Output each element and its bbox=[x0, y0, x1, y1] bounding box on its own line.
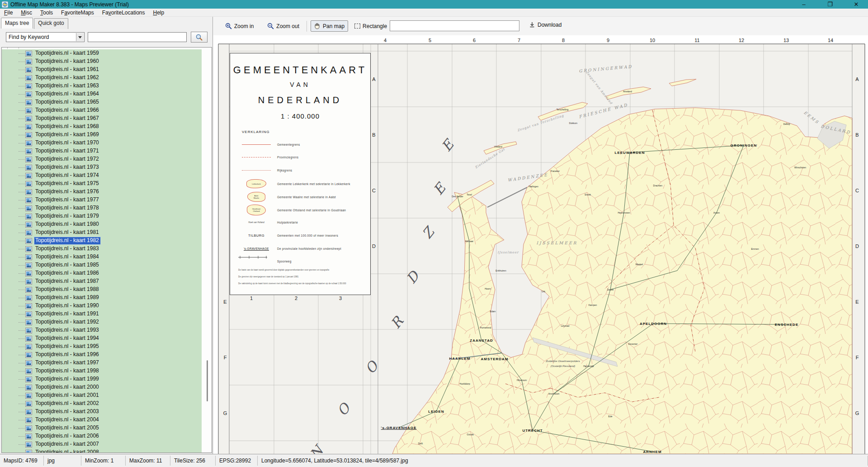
search-button[interactable] bbox=[191, 32, 208, 43]
tree-scrollbar[interactable] bbox=[202, 48, 212, 453]
find-by-keyword-combo[interactable]: Find by Keyword bbox=[6, 32, 85, 42]
map-layer-icon bbox=[25, 368, 32, 374]
tree-scrollbar-thumb[interactable] bbox=[207, 360, 208, 401]
tree-item-label: Topotijdreis.nl - kaart 1998 bbox=[34, 367, 100, 375]
tree-item[interactable]: Topotijdreis.nl - kaart 1994 bbox=[2, 334, 203, 343]
tree-connector bbox=[19, 241, 25, 241]
toolbar-input[interactable] bbox=[390, 20, 519, 31]
tree-connector bbox=[19, 379, 25, 380]
menu-tools[interactable]: Tools bbox=[36, 9, 57, 17]
tree-item[interactable]: Topotijdreis.nl - kaart 1964 bbox=[2, 90, 203, 98]
menu-bar: File Misc Tools FavoriteMaps FavoriteLoc… bbox=[0, 9, 868, 17]
zoom-in-button[interactable]: Zoom in bbox=[222, 20, 257, 32]
tree-item-label: Topotijdreis.nl - kaart 1996 bbox=[34, 351, 100, 358]
tree-item[interactable]: Topotijdreis.nl - kaart 2001 bbox=[2, 391, 203, 400]
tree-item[interactable]: Topotijdreis.nl - kaart 1959 bbox=[2, 49, 203, 57]
tree-connector bbox=[19, 135, 25, 135]
map-viewport: GEMEENTENKAART VAN NEDERLAND 1 : 400.000… bbox=[213, 35, 868, 454]
menu-misc[interactable]: Misc bbox=[17, 9, 36, 17]
map-layer-icon bbox=[25, 148, 32, 154]
menu-favoritelocations[interactable]: FavoriteLocations bbox=[98, 9, 149, 17]
tree-item[interactable]: Topotijdreis.nl - kaart 1986 bbox=[2, 269, 203, 277]
menu-favoritemaps[interactable]: FavoriteMaps bbox=[57, 9, 98, 17]
tree-item-label: Topotijdreis.nl - kaart 1983 bbox=[34, 245, 100, 253]
combo-dropdown-button[interactable] bbox=[76, 33, 84, 41]
tree-item[interactable]: Topotijdreis.nl - kaart 1989 bbox=[2, 294, 203, 302]
tree-item[interactable]: Topotijdreis.nl - kaart 1977 bbox=[2, 196, 203, 204]
search-input[interactable] bbox=[88, 32, 187, 42]
map-layer-icon bbox=[25, 343, 32, 349]
legend-row: Rijksgrens bbox=[230, 165, 370, 176]
tree-item[interactable]: Topotijdreis.nl - kaart 2005 bbox=[2, 424, 203, 432]
restore-button[interactable]: ❐ bbox=[826, 0, 835, 9]
tree-item[interactable]: Topotijdreis.nl - kaart 1997 bbox=[2, 359, 203, 367]
tree-item[interactable]: Topotijdreis.nl - kaart 1996 bbox=[2, 351, 203, 359]
tree-connector bbox=[19, 347, 25, 347]
tree-item[interactable]: Topotijdreis.nl - kaart 1967 bbox=[2, 114, 203, 123]
tree-item-label: Topotijdreis.nl - kaart 1962 bbox=[34, 74, 100, 81]
rectangle-button[interactable]: Rectangle bbox=[351, 21, 391, 32]
map-layer-icon bbox=[25, 449, 32, 453]
tree-item[interactable]: Topotijdreis.nl - kaart 1968 bbox=[2, 123, 203, 131]
tree-item[interactable]: Topotijdreis.nl - kaart 1980 bbox=[2, 220, 203, 229]
tree-item[interactable]: Topotijdreis.nl - kaart 1976 bbox=[2, 188, 203, 196]
zoom-out-button[interactable]: Zoom out bbox=[264, 20, 303, 32]
tree-item[interactable]: Topotijdreis.nl - kaart 1991 bbox=[2, 310, 203, 318]
tree-item[interactable]: Topotijdreis.nl - kaart 1983 bbox=[2, 245, 203, 253]
tree-item[interactable]: Topotijdreis.nl - kaart 2000 bbox=[2, 383, 203, 391]
tree-item[interactable]: Topotijdreis.nl - kaart 1971 bbox=[2, 147, 203, 155]
tree-item[interactable]: Topotijdreis.nl - kaart 1982 bbox=[2, 237, 203, 245]
tree-connector bbox=[19, 420, 25, 420]
tree-item-label: Topotijdreis.nl - kaart 1963 bbox=[34, 82, 100, 90]
tree-item[interactable]: Topotijdreis.nl - kaart 1985 bbox=[2, 261, 203, 269]
tree-item[interactable]: Topotijdreis.nl - kaart 2002 bbox=[2, 400, 203, 408]
tree-connector bbox=[19, 338, 25, 339]
tree-connector bbox=[19, 176, 25, 176]
tree-item[interactable]: Topotijdreis.nl - kaart 1969 bbox=[2, 131, 203, 139]
tree-item[interactable]: Topotijdreis.nl - kaart 1992 bbox=[2, 318, 203, 326]
tree-item[interactable]: Topotijdreis.nl - kaart 1984 bbox=[2, 253, 203, 261]
tree-item[interactable]: Topotijdreis.nl - kaart 1990 bbox=[2, 302, 203, 310]
tree-item[interactable]: Topotijdreis.nl - kaart 1962 bbox=[2, 74, 203, 82]
tree-item[interactable]: Topotijdreis.nl - kaart 1998 bbox=[2, 367, 203, 375]
tree-connector bbox=[19, 257, 25, 257]
tree-item[interactable]: Topotijdreis.nl - kaart 1987 bbox=[2, 277, 203, 286]
tree-item[interactable]: Topotijdreis.nl - kaart 1995 bbox=[2, 343, 203, 351]
tree-item[interactable]: Topotijdreis.nl - kaart 1972 bbox=[2, 155, 203, 163]
menu-file[interactable]: File bbox=[0, 9, 17, 17]
tree-item[interactable]: Topotijdreis.nl - kaart 1981 bbox=[2, 229, 203, 237]
map-layer-icon bbox=[25, 197, 32, 203]
tree-item[interactable]: Topotijdreis.nl - kaart 2004 bbox=[2, 416, 203, 424]
tree-connector bbox=[19, 290, 25, 290]
close-button[interactable]: ✕ bbox=[852, 0, 861, 9]
download-button[interactable]: Download bbox=[525, 19, 565, 30]
tree-item[interactable]: Topotijdreis.nl - kaart 1979 bbox=[2, 212, 203, 220]
tree-item-label: Topotijdreis.nl - kaart 1964 bbox=[34, 91, 100, 98]
tab-quick-goto[interactable]: Quick goto bbox=[34, 18, 68, 29]
tree-item[interactable]: Topotijdreis.nl - kaart 2003 bbox=[2, 408, 203, 416]
map-layer-icon bbox=[25, 189, 32, 195]
tree-item[interactable]: Topotijdreis.nl - kaart 1961 bbox=[2, 66, 203, 74]
tree-item-label: Topotijdreis.nl - kaart 1979 bbox=[34, 213, 100, 220]
tree-item[interactable]: Topotijdreis.nl - kaart 1988 bbox=[2, 286, 203, 294]
tree-item[interactable]: Topotijdreis.nl - kaart 1973 bbox=[2, 163, 203, 172]
minimize-button[interactable]: – bbox=[799, 0, 808, 9]
tree-item[interactable]: Topotijdreis.nl - kaart 2007 bbox=[2, 440, 203, 448]
tree-item[interactable]: Topotijdreis.nl - kaart 1978 bbox=[2, 204, 203, 212]
capital-symbol: 's-GRAVENHAGE bbox=[244, 247, 269, 250]
tree-item[interactable]: Topotijdreis.nl - kaart 1975 bbox=[2, 180, 203, 188]
tree-item[interactable]: Topotijdreis.nl - kaart 2008 bbox=[2, 448, 203, 453]
tree-item[interactable]: Topotijdreis.nl - kaart 1974 bbox=[2, 172, 203, 180]
map-layer-icon bbox=[25, 295, 32, 300]
tree-item[interactable]: Topotijdreis.nl - kaart 1966 bbox=[2, 106, 203, 114]
tree-item[interactable]: Topotijdreis.nl - kaart 1970 bbox=[2, 139, 203, 147]
tree-item[interactable]: Topotijdreis.nl - kaart 2006 bbox=[2, 432, 203, 440]
tab-maps-tree[interactable]: Maps tree bbox=[1, 18, 33, 29]
menu-help[interactable]: Help bbox=[149, 9, 169, 17]
tree-item[interactable]: Topotijdreis.nl - kaart 1993 bbox=[2, 326, 203, 334]
tree-item[interactable]: Topotijdreis.nl - kaart 1965 bbox=[2, 98, 203, 106]
tree-item[interactable]: Topotijdreis.nl - kaart 1963 bbox=[2, 82, 203, 90]
pan-map-button[interactable]: Pan map bbox=[311, 20, 348, 32]
tree-item[interactable]: Topotijdreis.nl - kaart 1960 bbox=[2, 57, 203, 66]
tree-item[interactable]: Topotijdreis.nl - kaart 1999 bbox=[2, 375, 203, 383]
